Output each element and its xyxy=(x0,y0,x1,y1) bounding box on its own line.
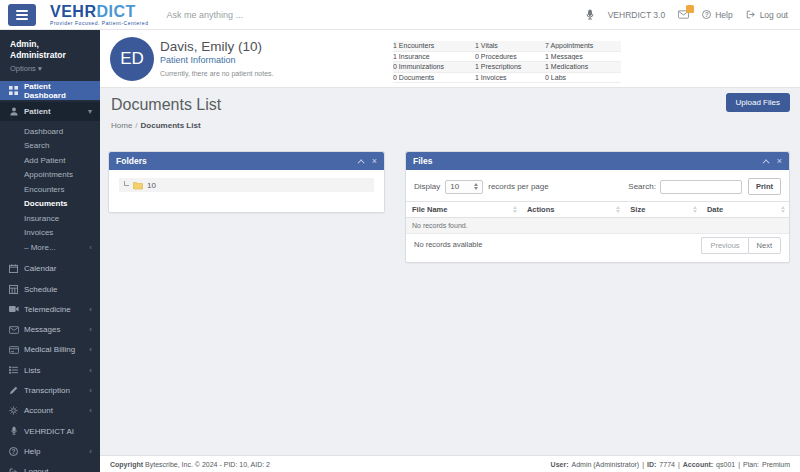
video-camera-icon xyxy=(8,305,19,313)
close-panel-icon[interactable]: × xyxy=(372,157,377,166)
logo-tagline: Provider Focused. Patient-Centered xyxy=(50,21,148,26)
ask-me-anything-input[interactable] xyxy=(166,10,584,20)
logout-button[interactable]: Log out xyxy=(746,10,788,20)
sidebar-item-help[interactable]: ? Help‹ xyxy=(0,441,100,461)
pencil-icon xyxy=(8,386,19,395)
submenu-item-invoices[interactable]: Invoices xyxy=(0,226,100,241)
collapse-panel-icon[interactable] xyxy=(762,159,769,166)
collapse-panel-icon[interactable] xyxy=(357,159,364,166)
folder-tree-item[interactable]: 10 xyxy=(119,178,374,192)
sidebar-item-medical-billing[interactable]: Medical Billing‹ xyxy=(0,340,100,360)
submenu-item-add-patient[interactable]: Add Patient xyxy=(0,153,100,168)
app-root: VEHRDICT Provider Focused. Patient-Cente… xyxy=(0,0,800,472)
page-size-select[interactable]: 10 xyxy=(445,180,483,194)
sidebar-user-block: Admin, Administrator Options ▾ xyxy=(0,30,100,81)
calendar-icon xyxy=(8,264,19,273)
sidebar: Admin, Administrator Options ▾ Patient D… xyxy=(0,30,100,472)
sidebar-item-schedule[interactable]: Schedule xyxy=(0,279,100,299)
folder-name: 10 xyxy=(147,181,156,190)
help-button[interactable]: ? Help xyxy=(702,10,732,20)
breadcrumb-home-link[interactable]: Home xyxy=(111,121,132,130)
table-row-empty: No records found. xyxy=(406,218,789,234)
sort-icon xyxy=(693,206,697,213)
help-icon: ? xyxy=(702,10,711,19)
sidebar-toggle-button[interactable] xyxy=(8,4,36,26)
submenu-item-appointments[interactable]: Appointments xyxy=(0,168,100,183)
previous-page-button[interactable]: Previous xyxy=(701,237,747,254)
sidebar-item-lists[interactable]: Lists‹ xyxy=(0,360,100,380)
patient-notes-text: Currently, there are no patient notes. xyxy=(160,70,274,77)
records-per-page-label: records per page xyxy=(488,182,548,191)
dashboard-grid-icon xyxy=(8,86,19,95)
question-circle-icon: ? xyxy=(8,447,19,456)
sidebar-item-calendar[interactable]: Calendar xyxy=(0,259,100,279)
sidebar-item-telemedicine[interactable]: Telemedicine‹ xyxy=(0,299,100,319)
chevron-left-icon: ‹ xyxy=(89,305,92,314)
copyright-text: Copyright Bytescribe, Inc. © 2024 - PID:… xyxy=(110,461,270,468)
stat-messages[interactable]: 1 Messages xyxy=(545,53,621,60)
sort-icon xyxy=(616,206,620,213)
user-options-dropdown[interactable]: Options ▾ xyxy=(10,64,90,73)
submenu-item-more[interactable]: – More...‹ xyxy=(0,240,100,255)
stat-encounters[interactable]: 1 Encounters xyxy=(393,42,475,49)
user-name-line1: Admin, xyxy=(10,39,90,50)
upload-files-button[interactable]: Upload Files xyxy=(726,93,790,112)
folders-panel-title: Folders xyxy=(116,156,147,166)
files-panel: Files × Display 10 records per page xyxy=(405,151,790,263)
microphone-icon[interactable] xyxy=(585,9,595,21)
credit-card-icon xyxy=(8,346,19,354)
microphone-icon xyxy=(8,426,19,436)
submenu-item-encounters[interactable]: Encounters xyxy=(0,182,100,197)
patient-submenu: Dashboard Search Add Patient Appointment… xyxy=(0,121,100,259)
submenu-item-documents[interactable]: Documents xyxy=(0,197,100,212)
breadcrumb-current: Documents List xyxy=(141,121,201,130)
gear-icon xyxy=(8,406,19,415)
column-header-size[interactable]: Size xyxy=(624,202,701,218)
footer: Copyright Bytescribe, Inc. © 2024 - PID:… xyxy=(100,455,800,472)
app-logo[interactable]: VEHRDICT Provider Focused. Patient-Cente… xyxy=(50,4,148,26)
stat-procedures[interactable]: 0 Procedures xyxy=(475,53,545,60)
stat-vitals[interactable]: 1 Vitals xyxy=(475,42,545,49)
files-panel-header: Files × xyxy=(406,152,789,170)
sidebar-item-logout[interactable]: Logout xyxy=(0,462,100,472)
column-header-date[interactable]: Date xyxy=(701,202,789,218)
stat-invoices[interactable]: 1 Invoices xyxy=(475,74,545,81)
submenu-item-search[interactable]: Search xyxy=(0,139,100,154)
sidebar-item-account[interactable]: Account‹ xyxy=(0,401,100,421)
chevron-left-icon: ‹ xyxy=(89,345,92,354)
sidebar-item-transcription[interactable]: Transcription‹ xyxy=(0,380,100,400)
close-panel-icon[interactable]: × xyxy=(777,157,782,166)
submenu-item-dashboard[interactable]: Dashboard xyxy=(0,124,100,139)
pagination: Previous Next xyxy=(701,237,781,254)
stat-documents[interactable]: 0 Documents xyxy=(393,74,475,81)
header-actions: VEHRDICT 3.0 ? Help Log out xyxy=(585,9,788,21)
patient-information-link[interactable]: Patient Information xyxy=(160,55,236,65)
stat-labs[interactable]: 0 Labs xyxy=(545,74,621,81)
files-search-input[interactable] xyxy=(660,180,742,194)
sidebar-item-patient-dashboard[interactable]: Patient Dashboard xyxy=(0,81,100,100)
content-area: Documents List Home/Documents List Uploa… xyxy=(100,88,800,455)
next-page-button[interactable]: Next xyxy=(748,237,781,254)
messages-envelope-icon[interactable] xyxy=(678,10,689,19)
column-header-actions[interactable]: Actions xyxy=(521,202,624,218)
sidebar-item-label: Patient Dashboard xyxy=(24,82,92,100)
logo-text-primary: VEHR xyxy=(50,3,96,20)
sort-icon xyxy=(781,206,785,213)
stat-medications[interactable]: 1 Medications xyxy=(545,63,621,70)
sidebar-item-messages[interactable]: Messages‹ xyxy=(0,319,100,339)
patient-info-header: ED Davis, Emily (10) Patient Information… xyxy=(100,30,800,88)
sidebar-item-patient[interactable]: Patient ▾ xyxy=(0,102,100,121)
column-header-file-name[interactable]: File Name xyxy=(406,202,521,218)
chevron-left-icon: ‹ xyxy=(89,386,92,395)
stat-immunizations[interactable]: 0 Immunizations xyxy=(393,63,475,70)
submenu-item-insurance[interactable]: Insurance xyxy=(0,211,100,226)
stat-appointments[interactable]: 7 Appointments xyxy=(545,42,621,49)
stat-prescriptions[interactable]: 1 Prescriptions xyxy=(475,63,545,70)
sidebar-item-vehrdict-ai[interactable]: VEHRDICT AI xyxy=(0,421,100,441)
select-spinner-icon xyxy=(474,183,478,190)
print-button[interactable]: Print xyxy=(748,178,781,195)
files-panel-title: Files xyxy=(413,156,432,166)
sign-out-icon xyxy=(8,468,19,472)
stat-insurance[interactable]: 1 Insurance xyxy=(393,53,475,60)
logo-text-secondary: DICT xyxy=(96,3,135,20)
